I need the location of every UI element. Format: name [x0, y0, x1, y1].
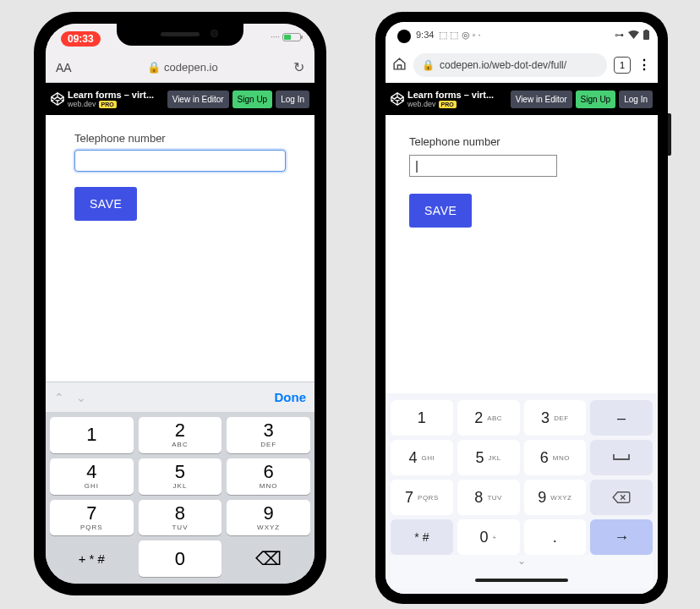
telephone-input[interactable] [409, 155, 557, 177]
text-size-button[interactable]: AA [52, 61, 75, 74]
key-3[interactable]: 3DEF [227, 417, 310, 453]
telephone-input[interactable] [74, 150, 286, 172]
key-7[interactable]: 7PQRS [391, 480, 453, 515]
key-space[interactable] [590, 440, 653, 475]
recording-time-pill: 09:33 [61, 31, 101, 47]
key-6[interactable]: 6MNO [227, 458, 310, 495]
address-bar[interactable]: 🔒 codepen.io [79, 61, 287, 74]
keyboard-collapse-handle[interactable]: ⌄ [391, 555, 653, 572]
punch-hole-camera [397, 30, 411, 43]
log-in-button[interactable]: Log In [276, 91, 309, 108]
pro-badge: PRO [99, 101, 117, 108]
codepen-header: Learn forms – virt... web.dev PRO View i… [46, 83, 314, 115]
sign-up-button[interactable]: Sign Up [232, 91, 273, 108]
status-time: 9:34 [416, 30, 434, 40]
backspace-icon [612, 491, 631, 504]
key-5[interactable]: 5JKL [457, 440, 520, 475]
space-icon [612, 453, 631, 462]
key-8[interactable]: 8TUV [457, 480, 520, 515]
page-content: Telephone number SAVE [386, 115, 658, 248]
overflow-menu-button[interactable]: ⋮ [637, 57, 651, 73]
page-content: Telephone number SAVE [46, 115, 314, 238]
url-text: codepen.io/web-dot-dev/full/ [440, 59, 566, 71]
key-3[interactable]: 3DEF [524, 400, 587, 436]
pen-title-block: Learn forms – virt... web.dev PRO [407, 90, 507, 108]
key-6[interactable]: 6MNO [524, 440, 587, 475]
key-9[interactable]: 9WXYZ [227, 500, 310, 536]
pen-author: web.dev [407, 100, 436, 108]
key-backspace[interactable]: ⌫ [227, 540, 310, 577]
android-numeric-keypad: 1 2ABC 3DEF – 4GHI 5JKL 6MNO 7PQRS 8TUV … [386, 393, 658, 594]
battery-icon [643, 30, 649, 40]
address-bar[interactable]: 🔒 codepen.io/web-dot-dev/full/ [413, 53, 607, 77]
iphone-frame: 09:33 ···· AA 🔒 codepen.io ↻ Learn forms… [34, 12, 326, 595]
key-4[interactable]: 4GHI [391, 440, 453, 475]
key-dash[interactable]: – [590, 400, 653, 436]
keyboard-done-button[interactable]: Done [275, 390, 307, 404]
prev-field-button[interactable]: ⌃ [54, 391, 64, 404]
key-4[interactable]: 4GHI [50, 458, 134, 495]
pen-title-block: Learn forms – virt... web.dev PRO [68, 90, 164, 108]
key-9[interactable]: 9WXYZ [524, 480, 587, 515]
chrome-toolbar: 🔒 codepen.io/web-dot-dev/full/ 1 ⋮ [386, 47, 658, 83]
key-backspace[interactable] [590, 480, 653, 515]
pixel-screen: 9:34 ⬚ ⬚ ◎ ◦ · ⊶ 🔒 codepen.io/web-dot-de… [386, 22, 658, 594]
keyboard-accessory-bar: ⌃ ⌄ Done [46, 381, 314, 412]
key-8[interactable]: 8TUV [139, 500, 222, 536]
battery-indicator: ···· [271, 32, 301, 41]
save-button[interactable]: SAVE [409, 194, 472, 228]
pen-author: web.dev [68, 100, 96, 108]
wifi-icon [628, 30, 639, 40]
speaker-grille [161, 32, 200, 36]
codepen-logo-icon [51, 92, 64, 106]
next-field-button[interactable]: ⌄ [76, 391, 86, 404]
key-1[interactable]: 1 [50, 417, 134, 453]
url-text: codepen.io [164, 61, 218, 74]
key-7[interactable]: 7PQRS [50, 500, 134, 536]
svg-rect-0 [643, 30, 649, 40]
key-star-hash[interactable]: * # [391, 519, 453, 555]
codepen-header: Learn forms – virt... web.dev PRO View i… [386, 83, 658, 115]
key-2[interactable]: 2ABC [457, 400, 520, 436]
safari-toolbar: AA 🔒 codepen.io ↻ [46, 52, 314, 83]
pen-title: Learn forms – virt... [68, 90, 164, 100]
save-button[interactable]: SAVE [74, 187, 137, 221]
tab-switcher-button[interactable]: 1 [614, 57, 631, 74]
codepen-logo-icon [391, 92, 404, 106]
key-symbols[interactable]: + * # [50, 540, 134, 577]
log-in-button[interactable]: Log In [619, 91, 653, 108]
telephone-label: Telephone number [74, 132, 286, 145]
pixel-frame: 9:34 ⬚ ⬚ ◎ ◦ · ⊶ 🔒 codepen.io/web-dot-de… [375, 12, 668, 604]
signal-dots: ···· [271, 32, 280, 41]
key-5[interactable]: 5JKL [139, 458, 222, 495]
view-in-editor-button[interactable]: View in Editor [167, 91, 229, 108]
telephone-label: Telephone number [409, 135, 634, 148]
vpn-icon: ⊶ [615, 30, 624, 41]
status-notification-glyphs: ⬚ ⬚ ◎ ◦ · [439, 30, 480, 41]
iphone-screen: 09:33 ···· AA 🔒 codepen.io ↻ Learn forms… [46, 24, 314, 584]
lock-icon: 🔒 [147, 61, 161, 74]
pro-badge: PRO [439, 101, 457, 108]
home-button[interactable] [392, 57, 407, 74]
key-period[interactable]: . [524, 519, 587, 555]
sign-up-button[interactable]: Sign Up [576, 91, 616, 108]
key-0[interactable]: 0+ [457, 519, 520, 555]
key-0[interactable]: 0 [139, 540, 222, 577]
key-1[interactable]: 1 [391, 400, 453, 436]
lock-icon: 🔒 [422, 59, 435, 71]
front-camera [211, 30, 218, 37]
gesture-nav-bar[interactable] [391, 572, 653, 589]
refresh-button[interactable]: ↻ [290, 59, 308, 75]
svg-rect-1 [645, 30, 648, 31]
key-enter[interactable]: → [590, 519, 653, 555]
key-2[interactable]: 2ABC [139, 417, 222, 453]
ios-numeric-keypad: 1 2ABC 3DEF 4GHI 5JKL 6MNO 7PQRS 8TUV 9W… [46, 412, 314, 584]
android-status-bar: 9:34 ⬚ ⬚ ◎ ◦ · ⊶ [386, 22, 658, 47]
gesture-pill-icon [475, 579, 568, 582]
view-in-editor-button[interactable]: View in Editor [511, 91, 572, 108]
battery-icon [282, 33, 301, 41]
iphone-notch [117, 24, 243, 46]
pen-title: Learn forms – virt... [407, 90, 507, 100]
